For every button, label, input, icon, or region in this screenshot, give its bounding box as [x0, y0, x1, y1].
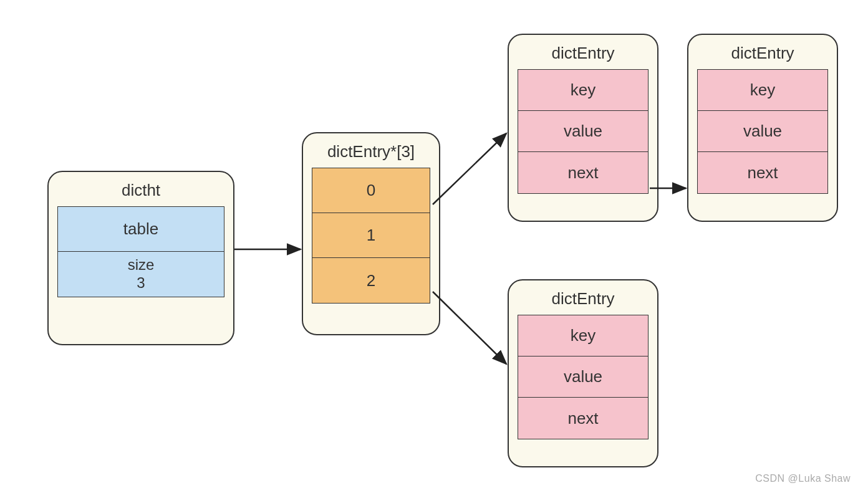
entry-a-next: next: [518, 152, 648, 193]
watermark: CSDN @Luka Shaw: [755, 473, 851, 484]
arrow-slot2-to-entry-c: [433, 292, 506, 364]
dictht-row-size: size 3: [58, 252, 224, 297]
entry-c-value: value: [518, 356, 648, 398]
dict-entry-array-node: dictEntry*[3] 0 1 2: [302, 132, 440, 335]
dict-entry-array-title: dictEntry*[3]: [303, 133, 439, 168]
entry-a-value: value: [518, 111, 648, 152]
dictht-table: table size 3: [57, 206, 224, 297]
array-slot-1: 1: [312, 213, 430, 258]
entry-c-key: key: [518, 315, 648, 356]
dict-entry-b-node: dictEntry key value next: [687, 34, 838, 222]
dictht-title: dictht: [49, 172, 233, 206]
entry-b-value: value: [698, 111, 827, 152]
dictht-node: dictht table size 3: [47, 171, 234, 345]
dict-entry-a-node: dictEntry key value next: [508, 34, 658, 222]
dict-entry-array-table: 0 1 2: [312, 168, 430, 304]
dict-entry-a-title: dictEntry: [509, 35, 657, 69]
dict-entry-c-title: dictEntry: [509, 280, 657, 315]
dict-entry-b-table: key value next: [697, 69, 828, 194]
entry-a-key: key: [518, 70, 648, 111]
array-slot-0: 0: [312, 168, 430, 213]
dict-entry-a-table: key value next: [518, 69, 649, 194]
dict-entry-c-table: key value next: [518, 315, 649, 439]
array-slot-2: 2: [312, 258, 430, 303]
diagram-root: dictht table size 3 dictEntry*[3] 0 1 2: [0, 0, 868, 488]
entry-b-next: next: [698, 152, 827, 193]
entry-b-key: key: [698, 70, 827, 111]
dictht-row-table: table: [58, 207, 224, 252]
dict-entry-c-node: dictEntry key value next: [508, 279, 658, 467]
dict-entry-b-title: dictEntry: [688, 35, 837, 69]
arrow-slot0-to-entry-a: [433, 133, 506, 204]
entry-c-next: next: [518, 398, 648, 439]
